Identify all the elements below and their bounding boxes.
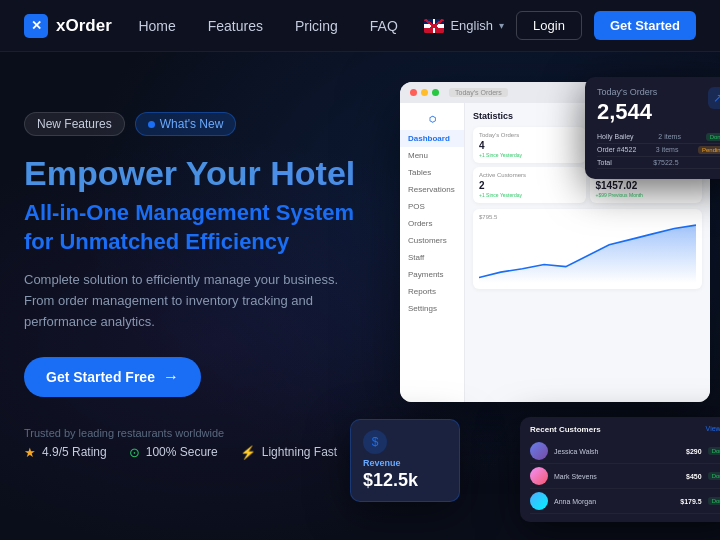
float-order-row-3: Total $7522.5 (597, 157, 720, 169)
login-button[interactable]: Login (516, 11, 582, 40)
badge-whats-new: What's New (135, 112, 237, 136)
dashboard-mockup: Today's Orders New Reservations ⬡ Dashbo… (340, 72, 720, 532)
navbar: ✕ xOrder Home Features Pricing FAQ Engli… (0, 0, 720, 52)
sidebar-item-reports[interactable]: Reports (400, 283, 464, 300)
sidebar-item-reservations[interactable]: Reservations (400, 181, 464, 198)
hero-subtitle: All-in-One Management System for Unmatch… (24, 199, 384, 256)
floating-revenue-label: Revenue (363, 458, 447, 468)
badge-row: New Features What's New (24, 112, 384, 136)
bolt-icon: ⚡ (240, 445, 256, 460)
revenue-chart (479, 223, 696, 283)
stat-customers-sub: +1 Since Yesterday (479, 192, 580, 198)
trust-fast: ⚡ Lightning Fast (240, 445, 337, 460)
badge-new-features: New Features (24, 112, 125, 136)
flag-icon (424, 19, 444, 33)
sidebar-item-orders[interactable]: Orders (400, 215, 464, 232)
logo-icon: ✕ (24, 14, 48, 38)
star-icon: ★ (24, 445, 36, 460)
stat-customers-value: 2 (479, 180, 580, 191)
customer-amount-2: $450 (686, 473, 702, 480)
getstarted-nav-button[interactable]: Get Started (594, 11, 696, 40)
nav-pricing[interactable]: Pricing (295, 18, 338, 34)
logo-text: xOrder (56, 16, 112, 36)
nav-features[interactable]: Features (208, 18, 263, 34)
order-val-2: 3 items (656, 146, 679, 154)
nav-faq[interactable]: FAQ (370, 18, 398, 34)
stat-card-orders: Today's Orders 4 +1 Since Yesterday (473, 127, 586, 163)
sidebar-item-payments[interactable]: Payments (400, 266, 464, 283)
today-orders-tab: Today's Orders (449, 88, 508, 97)
floating-orders-list: Holly Bailey 2 items Done Order #4522 3 … (597, 131, 720, 169)
customer-name-2: Mark Stevens (554, 473, 680, 480)
trust-secure: ⊙ 100% Secure (129, 445, 218, 460)
hero-description: Complete solution to efficiently manage … (24, 270, 344, 332)
hero-section: New Features What's New Empower Your Hot… (0, 52, 720, 540)
customer-name-3: Anna Morgan (554, 498, 674, 505)
table-row-2: Mark Stevens $450 Done (530, 464, 720, 489)
order-status-2: Pending (698, 146, 720, 154)
trust-badges: ★ 4.9/5 Rating ⊙ 100% Secure ⚡ Lightning… (24, 445, 384, 460)
arrow-icon: → (163, 368, 179, 386)
trust-label: Trusted by leading restaurants worldwide (24, 427, 384, 439)
customer-badge-1: Done (708, 447, 720, 455)
window-expand-dot (432, 89, 439, 96)
table-header: Recent Customers View All (530, 425, 720, 434)
nav-home[interactable]: Home (138, 18, 175, 34)
order-val-1: 2 items (658, 133, 681, 141)
floating-orders-label: Today's Orders (597, 87, 657, 97)
stat-revenue2-value: $1457.02 (596, 180, 697, 191)
avatar-3 (530, 492, 548, 510)
dashboard-sidebar: ⬡ Dashboard Menu Tables Reservations POS… (400, 103, 465, 402)
sidebar-item-staff[interactable]: Staff (400, 249, 464, 266)
order-name-1: Holly Bailey (597, 133, 634, 141)
cta-button[interactable]: Get Started Free → (24, 357, 201, 397)
stat-orders-value: 4 (479, 140, 580, 151)
order-name-2: Order #4522 (597, 146, 636, 154)
customer-amount-3: $179.5 (680, 498, 701, 505)
logo[interactable]: ✕ xOrder (24, 14, 112, 38)
trust-rating: ★ 4.9/5 Rating (24, 445, 107, 460)
nav-links: Home Features Pricing FAQ (138, 17, 397, 35)
sidebar-item-tables[interactable]: Tables (400, 164, 464, 181)
stat-orders-label: Today's Orders (479, 132, 580, 138)
floating-revenue-card: $ Revenue $12.5k (350, 419, 460, 502)
stats-title: Statistics (473, 111, 513, 121)
table-row-1: Jessica Walsh $290 Done (530, 439, 720, 464)
table-row-3: Anna Morgan $179.5 Done (530, 489, 720, 514)
floating-table-card: Recent Customers View All Jessica Walsh … (520, 417, 720, 522)
view-all-link[interactable]: View All (706, 425, 720, 434)
sidebar-item-pos[interactable]: POS (400, 198, 464, 215)
dollar-icon: $ (363, 430, 387, 454)
floating-orders-value: 2,544 (597, 99, 657, 125)
order-name-3: Total (597, 159, 612, 166)
hero-left: New Features What's New Empower Your Hot… (24, 92, 384, 460)
order-total: $7522.5 (653, 159, 678, 166)
trending-icon: ↗ (708, 87, 720, 109)
customer-amount-1: $290 (686, 448, 702, 455)
order-status-1: Done (706, 133, 720, 141)
chart-label: $795.5 (479, 214, 696, 220)
stat-card-customers: Active Customers 2 +1 Since Yesterday (473, 167, 586, 203)
sidebar-item-customers[interactable]: Customers (400, 232, 464, 249)
hero-title: Empower Your Hotel (24, 154, 384, 193)
customer-name-1: Jessica Walsh (554, 448, 680, 455)
avatar-2 (530, 467, 548, 485)
sidebar-item-settings[interactable]: Settings (400, 300, 464, 317)
shield-icon: ⊙ (129, 445, 140, 460)
stat-orders-sub: +1 Since Yesterday (479, 152, 580, 158)
avatar-1 (530, 442, 548, 460)
float-order-row-1: Holly Bailey 2 items Done (597, 131, 720, 144)
stat-customers-label: Active Customers (479, 172, 580, 178)
dot-icon (148, 121, 155, 128)
sidebar-logo: ⬡ (400, 111, 464, 130)
chart-area: $795.5 (473, 209, 702, 289)
customer-badge-2: Done (708, 472, 720, 480)
table-title: Recent Customers (530, 425, 601, 434)
window-close-dot (410, 89, 417, 96)
language-selector[interactable]: English ▾ (424, 18, 504, 33)
stat-revenue2-sub: +$99 Previous Month (596, 192, 697, 198)
lang-label: English (450, 18, 493, 33)
sidebar-item-dashboard[interactable]: Dashboard (400, 130, 464, 147)
float-order-row-2: Order #4522 3 items Pending (597, 144, 720, 157)
sidebar-item-menu[interactable]: Menu (400, 147, 464, 164)
